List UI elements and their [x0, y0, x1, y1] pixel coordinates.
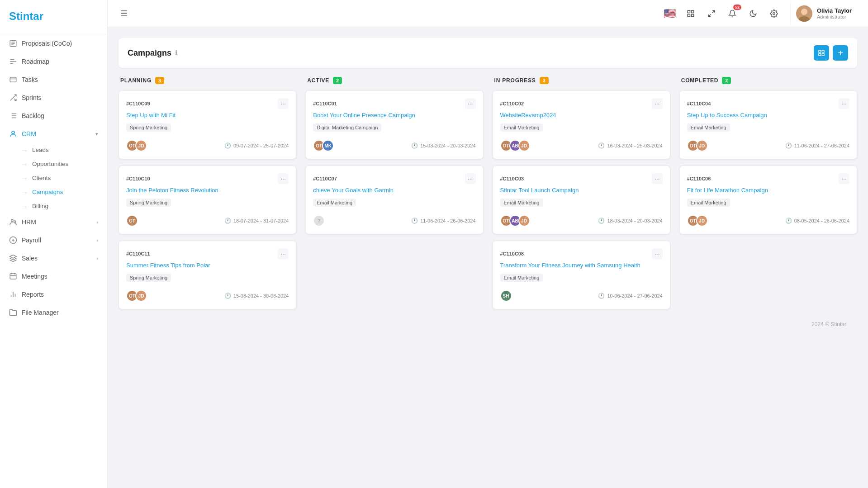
card-date: 🕐 15-03-2024 - 20-03-2024	[411, 142, 475, 149]
card-id: #C110C06 ···	[687, 173, 849, 184]
card-title[interactable]: Fit for Life Marathon Campaign	[687, 187, 849, 194]
user-area[interactable]: Olivia Taylor Administrator	[790, 3, 857, 24]
avatar: ?	[313, 215, 325, 227]
campaigns-label: Campaigns	[32, 189, 63, 195]
in-progress-count: 3	[540, 77, 549, 84]
clock-icon: 🕐	[598, 293, 605, 299]
card-more-button[interactable]: ···	[278, 98, 289, 109]
card-date: 🕐 16-03-2024 - 25-03-2024	[598, 142, 662, 149]
svg-rect-35	[819, 50, 821, 52]
card-footer: OT AB JD 🕐 16-03-2024 - 25-03-2024	[500, 140, 663, 152]
card-title[interactable]: Join the Peloton Fitness Revolution	[126, 187, 289, 194]
card-title[interactable]: WebsiteRevamp2024	[500, 112, 663, 118]
card-id: #C110C07 ···	[313, 173, 475, 184]
card-avatars: SH	[500, 290, 512, 302]
user-info: Olivia Taylor Administrator	[817, 7, 852, 19]
card-title[interactable]: chieve Your Goals with Garmin	[313, 187, 475, 194]
sidebar-label-proposals: Proposals (CoCo)	[22, 40, 72, 47]
card-more-button[interactable]: ···	[839, 173, 849, 184]
sidebar-item-sprints[interactable]: Sprints	[0, 89, 107, 107]
card-title[interactable]: Stintar Tool Launch Campaign	[500, 187, 663, 194]
clock-icon: 🕐	[224, 293, 231, 299]
sidebar-label-file-manager: File Manager	[22, 309, 59, 316]
sidebar-item-billing[interactable]: Billing	[22, 199, 107, 213]
card-footer: SH 🕐 10-06-2024 - 27-06-2024	[500, 290, 663, 302]
sidebar-item-reports[interactable]: Reports	[0, 285, 107, 303]
info-icon[interactable]: ℹ	[175, 49, 177, 57]
dark-mode-icon[interactable]	[746, 6, 760, 21]
in-progress-title: IN PROGRESS	[494, 77, 536, 84]
card-title[interactable]: Step Up with Mi Fit	[126, 112, 289, 118]
completed-title: COMPLETED	[681, 77, 719, 84]
card-more-button[interactable]: ···	[652, 173, 663, 184]
svg-point-17	[14, 221, 16, 223]
sidebar-item-roadmap[interactable]: Roadmap	[0, 52, 107, 71]
card-footer: OT JD 🕐 11-06-2024 - 27-06-2024	[687, 140, 849, 152]
card-avatars: OT AB JD	[500, 140, 530, 152]
card-id: #C110C02 ···	[500, 98, 663, 109]
sidebar-item-hrm[interactable]: HRM ›	[0, 213, 107, 231]
planning-title: PLANNING	[120, 77, 152, 84]
sidebar-item-leads[interactable]: Leads	[22, 143, 107, 157]
sidebar-item-tasks[interactable]: Tasks	[0, 71, 107, 89]
clock-icon: 🕐	[785, 142, 792, 149]
settings-gear-icon[interactable]	[767, 6, 781, 21]
sidebar-label-payroll: Payroll	[22, 237, 41, 244]
apps-grid-icon[interactable]	[683, 6, 698, 21]
card-more-button[interactable]: ···	[652, 98, 663, 109]
active-title: ACTIVE	[307, 77, 329, 84]
svg-line-30	[708, 14, 711, 16]
crm-submenu: Leads Opportunities Clients Campaigns Bi…	[0, 143, 107, 213]
add-campaign-button[interactable]: +	[833, 45, 848, 61]
user-name: Olivia Taylor	[817, 7, 852, 14]
language-flag-icon[interactable]: 🇺🇸	[663, 6, 677, 21]
card-title[interactable]: Boost Your Online Presence Campaign	[313, 112, 475, 118]
card-more-button[interactable]: ···	[465, 173, 476, 184]
card-more-button[interactable]: ···	[278, 248, 289, 259]
svg-point-15	[12, 131, 14, 134]
sidebar-item-backlog[interactable]: Backlog	[0, 107, 107, 125]
card-title[interactable]: Summer Fitness Tips from Polar	[126, 262, 289, 269]
card-date: 🕐 11-06-2024 - 26-06-2024	[411, 218, 475, 224]
sidebar-item-file-manager[interactable]: File Manager	[0, 303, 107, 322]
svg-rect-25	[688, 10, 690, 13]
avatar: SH	[500, 290, 512, 302]
card-footer: OT MK 🕐 15-03-2024 - 20-03-2024	[313, 140, 475, 152]
column-header-active: ACTIVE 2	[305, 77, 483, 84]
avatar	[796, 5, 812, 22]
grid-view-button[interactable]	[814, 45, 829, 61]
sales-chevron-icon: ›	[96, 256, 98, 261]
card-avatars: OT	[126, 215, 138, 227]
card-c110c09: #C110C09 ··· Step Up with Mi Fit Spring …	[119, 90, 296, 159]
sidebar-label-reports: Reports	[22, 291, 44, 298]
kanban-board: PLANNING 3 #C110C09 ··· Step Up with Mi …	[119, 77, 857, 316]
card-title[interactable]: Step Up to Success Campaign	[687, 112, 849, 118]
sidebar-item-campaigns[interactable]: Campaigns	[22, 185, 107, 199]
sidebar-item-crm[interactable]: CRM ▾	[0, 125, 107, 143]
sidebar-item-sales[interactable]: Sales ›	[0, 249, 107, 267]
card-tag: Email Marketing	[500, 123, 543, 132]
card-date: 🕐 18-07-2024 - 31-07-2024	[224, 218, 289, 224]
svg-rect-5	[10, 77, 16, 82]
sidebar-label-backlog: Backlog	[22, 112, 44, 119]
sidebar-item-meetings[interactable]: Meetings	[0, 267, 107, 285]
card-more-button[interactable]: ···	[652, 248, 663, 259]
leads-label: Leads	[32, 147, 49, 153]
sidebar-item-opportunities[interactable]: Opportunities	[22, 157, 107, 171]
card-avatars: OT JD	[126, 290, 147, 302]
card-more-button[interactable]: ···	[278, 173, 289, 184]
clock-icon: 🕐	[411, 142, 418, 149]
sidebar-item-proposals[interactable]: Proposals (CoCo)	[0, 34, 107, 52]
planning-count: 3	[155, 77, 164, 84]
hamburger-button[interactable]: ☰	[119, 7, 129, 20]
svg-rect-38	[822, 53, 824, 56]
sidebar-item-clients[interactable]: Clients	[22, 171, 107, 185]
fullscreen-icon[interactable]	[704, 6, 719, 21]
card-title[interactable]: Transform Your Fitness Journey with Sams…	[500, 262, 663, 269]
notification-bell-icon[interactable]: 52	[725, 6, 740, 21]
card-more-button[interactable]: ···	[839, 98, 849, 109]
sidebar-item-payroll[interactable]: Payroll ›	[0, 231, 107, 249]
footer-text: 2024 © Stintar	[119, 316, 857, 333]
card-more-button[interactable]: ···	[465, 98, 476, 109]
clock-icon: 🕐	[598, 142, 605, 149]
